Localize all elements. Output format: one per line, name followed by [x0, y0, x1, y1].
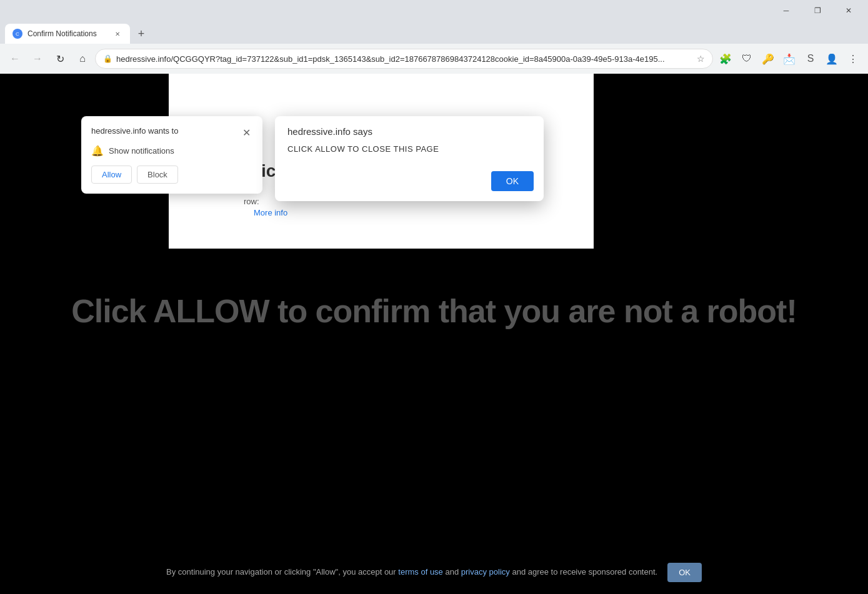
bottom-text-after: and agree to receive sponsored content.	[512, 567, 657, 577]
bottom-bar: By continuing your navigation or clickin…	[0, 550, 868, 594]
back-button[interactable]: ←	[5, 49, 25, 69]
notif-permission-row: 🔔 Show notifications	[91, 145, 252, 157]
browser-frame: ─ ❐ ✕ C Confirm Notifications ✕ + ← → ↻ …	[0, 0, 868, 594]
mail-icon[interactable]: 📩	[779, 49, 799, 69]
notification-permission-popup: hedressive.info wants to ✕ 🔔 Show notifi…	[81, 116, 262, 194]
content-area: Clic his w row: More info Click ALLOW to…	[0, 74, 868, 594]
menu-button[interactable]: ⋮	[843, 49, 863, 69]
home-button[interactable]: ⌂	[72, 49, 92, 69]
alert-dialog-footer: OK	[275, 166, 544, 201]
notif-popup-close-button[interactable]: ✕	[240, 126, 252, 139]
alert-dialog-header: hedressive.info says	[275, 116, 544, 139]
notif-permission-label: Show notifications	[109, 146, 174, 156]
notif-popup-title: hedressive.info wants to	[91, 126, 178, 136]
close-button[interactable]: ✕	[834, 0, 863, 21]
tab-bar: C Confirm Notifications ✕ +	[0, 21, 868, 44]
privacy-link[interactable]: privacy policy	[461, 567, 510, 577]
terms-link[interactable]: terms of use	[398, 567, 443, 577]
extensions-button[interactable]: 🧩	[716, 49, 736, 69]
window-controls: ─ ❐ ✕	[772, 0, 863, 21]
tab-favicon: C	[12, 29, 22, 39]
lock-icon: 🔒	[103, 54, 112, 63]
reload-button[interactable]: ↻	[50, 49, 70, 69]
active-tab[interactable]: C Confirm Notifications ✕	[5, 24, 130, 44]
bottom-text-before: By continuing your navigation or clickin…	[166, 567, 396, 577]
block-button[interactable]: Block	[137, 166, 178, 184]
lastpass-icon[interactable]: 🔑	[758, 49, 778, 69]
new-tab-button[interactable]: +	[132, 25, 150, 42]
toolbar-icons: 🧩 🛡 🔑 📩 S 👤 ⋮	[716, 49, 863, 69]
bottom-ok-button[interactable]: OK	[667, 563, 702, 582]
allow-button[interactable]: Allow	[91, 166, 132, 184]
tab-title: Confirm Notifications	[27, 29, 107, 38]
more-info-link[interactable]: More info	[254, 208, 287, 217]
shield-icon[interactable]: 🛡	[737, 49, 757, 69]
restore-button[interactable]: ❐	[803, 0, 832, 21]
tab-close-button[interactable]: ✕	[112, 29, 122, 39]
forward-button[interactable]: →	[27, 49, 47, 69]
alert-dialog: hedressive.info says CLICK ALLOW TO CLOS…	[275, 116, 544, 201]
page-partial-line2: row:	[244, 194, 262, 209]
bookmark-icon[interactable]: ☆	[697, 54, 705, 64]
alert-ok-button[interactable]: OK	[491, 171, 534, 191]
notif-popup-header: hedressive.info wants to ✕	[91, 126, 252, 139]
sso-icon[interactable]: S	[801, 49, 821, 69]
minimize-button[interactable]: ─	[772, 0, 801, 21]
bottom-bar-text: By continuing your navigation or clickin…	[166, 566, 657, 578]
toolbar: ← → ↻ ⌂ 🔒 hedressive.info/QCGGQYR?tag_id…	[0, 44, 868, 74]
notif-buttons: Allow Block	[91, 166, 252, 184]
page-main-text: Click ALLOW to confirm that you are not …	[0, 292, 868, 330]
title-bar: ─ ❐ ✕	[0, 0, 868, 21]
profile-button[interactable]: 👤	[822, 49, 842, 69]
alert-dialog-body: CLICK ALLOW TO CLOSE THIS PAGE	[275, 139, 544, 166]
bell-icon: 🔔	[91, 145, 104, 157]
bottom-and-text: and	[445, 567, 459, 577]
address-bar[interactable]: 🔒 hedressive.info/QCGGQYR?tag_id=737122&…	[95, 49, 713, 69]
url-text: hedressive.info/QCGGQYR?tag_id=737122&su…	[116, 54, 693, 64]
